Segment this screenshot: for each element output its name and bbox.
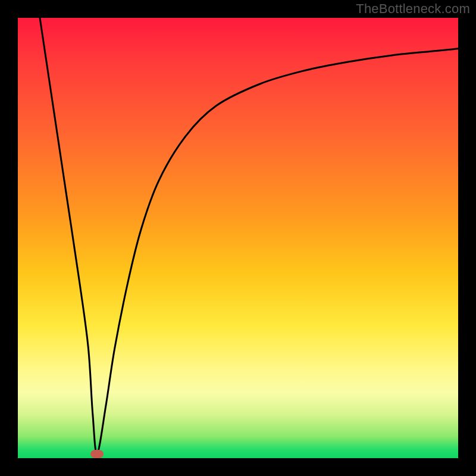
watermark-text: TheBottleneck.com: [356, 1, 470, 17]
optimal-point-marker: [90, 450, 104, 458]
bottleneck-curve: [18, 18, 458, 458]
chart-frame: TheBottleneck.com: [0, 0, 476, 476]
plot-area: [18, 18, 458, 458]
